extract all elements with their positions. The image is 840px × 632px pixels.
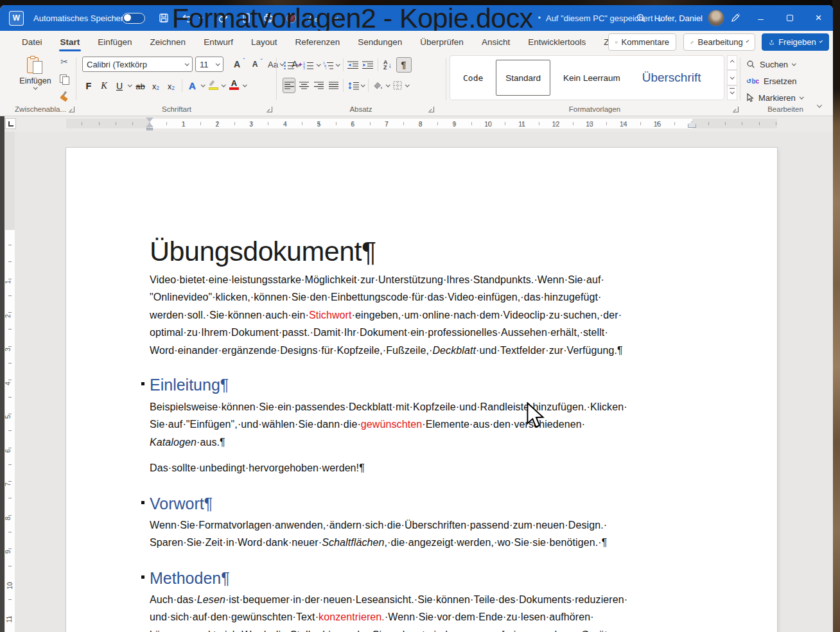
doc-line[interactable]: Beispielsweise·können·Sie·ein·passendes·… [150,398,627,416]
highlight-icon[interactable] [207,78,220,93]
font-color-chevron[interactable] [243,82,247,86]
tab-zeichnen[interactable]: Zeichnen [141,31,195,53]
doc-line[interactable]: Auch·das·Lesen·ist·bequemer·in·der·neuen… [150,591,627,608]
text-run[interactable]: Vorwort [150,495,204,513]
vertical-ruler[interactable]: 1234567891011 [5,132,15,632]
doc-title-paragraph[interactable]: Übungsdokument¶ [150,235,376,267]
save-icon[interactable] [158,12,170,24]
text-run[interactable]: Deckblatt [432,345,476,356]
underline-chevron[interactable] [128,82,132,86]
text-run[interactable]: ¶ [204,495,213,513]
doc-line[interactable]: und·sich·auf·den·gewünschten·Text·konzen… [150,608,627,626]
text-run[interactable]: Katalogen [150,437,197,448]
text-run[interactable]: ¶ [220,376,229,394]
highlight-chevron[interactable] [222,82,225,86]
font-size-combo[interactable]: 11 [195,57,223,72]
doc-line[interactable]: werden·soll.·Sie·können·auch·ein·Stichwo… [150,306,623,324]
text-run[interactable]: ¶ [359,462,365,473]
doc-line[interactable]: Sparen·Sie·Zeit·in·Word·dank·neuer·Schal… [150,534,607,551]
text-run[interactable]: ¶ [362,236,376,267]
dialog-launcher-icon[interactable] [267,107,272,112]
font-color-icon[interactable]: A [228,78,241,93]
doc-line[interactable]: Video·bietet·eine·leistungsstarke·Möglic… [150,271,623,288]
text-run[interactable]: ¶ [220,437,225,448]
tab-stop-selector[interactable] [5,118,16,129]
text-run[interactable]: Übungsdokument [150,236,362,267]
numbering-chevron[interactable] [317,62,320,66]
word-logo[interactable]: W [9,5,24,31]
format-painter-icon[interactable] [58,90,71,103]
tab-layout[interactable]: Layout [242,31,286,53]
minimize-icon[interactable]: – [746,5,775,31]
text-run[interactable]: ¶ [221,569,229,587]
sort-icon[interactable]: AZ↓ [381,57,394,73]
style-card-kein-leerraum[interactable]: Kein Leerraum [554,60,629,96]
paste-button[interactable]: Einfügen [17,56,54,100]
tab-start[interactable]: Start [51,31,89,53]
replace-button[interactable]: ↺bc Ersetzen [746,73,796,89]
hanging-indent-marker[interactable] [146,123,153,127]
text-run[interactable]: Sparen·Sie·Zeit·in·Word·dank·neuer· [150,537,322,548]
pilcrow-toggle-icon[interactable]: ¶ [396,57,412,73]
styles-scroll-down-chevron[interactable] [727,70,737,85]
text-run[interactable]: werden·soll.·Sie·können·auch·ein· [150,310,309,320]
cut-scissors-icon[interactable]: ✂ [58,55,71,68]
doc-line[interactable]: Das·sollte·unbedingt·hervorgehoben·werde… [150,459,365,477]
text-run[interactable]: Lesen [197,594,225,605]
strikethrough-icon[interactable]: ab [134,78,147,93]
tab-referenzen[interactable]: Referenzen [286,31,349,53]
text-run[interactable]: ¶ [602,537,608,548]
text-run[interactable]: gewünschten [361,419,422,430]
font-name-combo[interactable]: Calibri (Textkörp [82,57,193,72]
text-run[interactable]: ·ist·bequemer·in·der·neuen·Leseansicht.·… [225,594,627,605]
grow-font-icon[interactable]: Aˆ [229,57,245,72]
text-effects-chevron[interactable] [201,82,205,86]
text-run[interactable]: Video·bietet·eine·leistungsstarke·Möglic… [150,274,604,285]
line-spacing-chevron[interactable] [361,82,365,86]
text-run[interactable]: Beispielsweise·können·Sie·ein·passendes·… [150,401,627,412]
user-avatar[interactable] [708,10,724,26]
style-card-code[interactable]: Code [454,60,492,96]
text-run[interactable]: Word·einander·ergänzende·Designs·für·Kop… [150,345,432,356]
text-run[interactable]: Methoden [150,569,221,587]
text-run[interactable]: ¶ [617,345,623,356]
superscript-icon[interactable]: x2 [165,78,178,93]
shading-icon[interactable] [372,78,385,93]
align-right-icon[interactable] [312,78,325,93]
doc-line[interactable]: können,·merkt·sich·Word,·die·Stelle,·bis… [150,626,627,632]
tab-einfuegen[interactable]: Einfügen [89,31,141,53]
doc-line[interactable]: optimal·zu·Ihrem·Dokument·passt.·Damit·I… [150,324,623,341]
text-run[interactable]: ·Wenn·Sie·vor·dem·Ende·zu·lesen·aufhören… [385,611,594,622]
shrink-font-icon[interactable]: Aˇ [247,57,263,72]
dialog-launcher-icon[interactable] [69,107,74,112]
tab-ansicht[interactable]: Ansicht [473,31,519,53]
left-indent-marker[interactable] [146,128,153,130]
style-card-standard[interactable]: Standard [496,60,550,96]
text-run[interactable]: ·eingeben,·um·online·nach·dem·Videoclip·… [352,310,622,320]
dialog-launcher-icon[interactable] [428,107,434,112]
numbering-icon[interactable]: 123 [302,57,315,73]
comments-button[interactable]: Kommentare [608,33,676,51]
text-run[interactable]: ·und·Textfelder·zur·Verfügung. [476,345,617,356]
text-run[interactable]: konzentrieren. [319,611,385,622]
text-run[interactable]: ,·die·angezeigt·werden,·wo·Sie·sie·benöt… [385,537,602,548]
text-run[interactable]: Das·sollte·unbedingt·hervorgehoben·werde… [150,462,359,473]
indent-icon[interactable] [362,57,374,73]
align-left-icon[interactable] [283,78,295,93]
text-run[interactable]: Schaltflächen [322,537,384,548]
outdent-icon[interactable] [347,57,360,73]
style-card-ueberschrift[interactable]: Überschrift [633,60,710,96]
styles-gallery-more-icon[interactable] [727,85,737,100]
underline-icon[interactable]: U [113,78,126,93]
multilevel-chevron[interactable] [336,62,340,66]
collapse-ribbon-chevron[interactable] [818,99,821,110]
tab-sendungen[interactable]: Sendungen [349,31,411,53]
first-line-indent-marker[interactable] [146,118,153,122]
shading-chevron[interactable] [386,82,390,86]
select-button[interactable]: Markieren [746,90,803,105]
borders-chevron[interactable] [405,82,409,86]
text-run[interactable]: Auch·das· [150,594,197,605]
doc-line[interactable]: "Onlinevideo"·klicken,·können·Sie·den·Ei… [150,288,623,306]
text-run[interactable]: und·sich·auf·den·gewünschten·Text· [150,611,319,622]
close-icon[interactable]: × [804,5,833,31]
